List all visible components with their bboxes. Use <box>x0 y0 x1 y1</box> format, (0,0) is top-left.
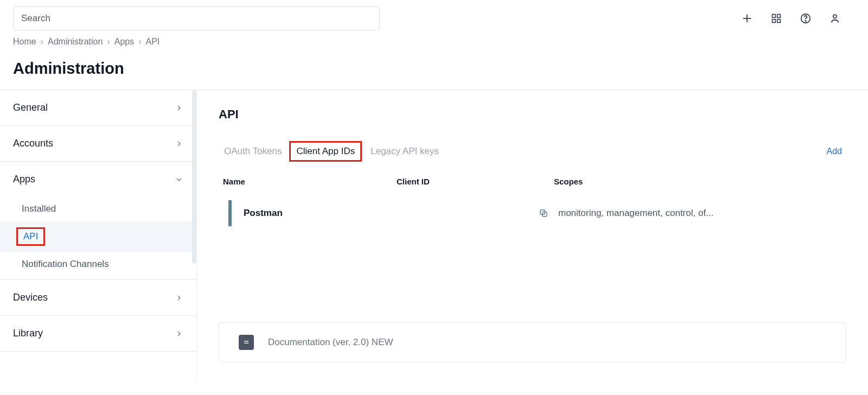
chevron-right-icon: › <box>138 37 141 47</box>
sidebar-subitem-installed[interactable]: Installed <box>0 197 196 221</box>
sidebar-item-label: General <box>13 102 48 113</box>
column-header-name: Name <box>223 177 397 186</box>
tabs: OAuth Tokens Client App IDs Legacy API k… <box>219 141 444 162</box>
documentation-label: Documentation (ver. 2.0) NEW <box>268 337 393 348</box>
sidebar-item-label: Apps <box>13 174 35 185</box>
tab-legacy-api-keys[interactable]: Legacy API keys <box>365 142 444 161</box>
sidebar-item-label: Library <box>13 328 43 339</box>
sidebar-subitem-api[interactable]: API <box>0 221 196 252</box>
chevron-right-icon: › <box>107 37 110 47</box>
main-content: API OAuth Tokens Client App IDs Legacy A… <box>197 90 868 379</box>
breadcrumb-administration[interactable]: Administration <box>48 37 103 47</box>
add-button[interactable]: Add <box>827 146 846 156</box>
table-row[interactable]: Postman monitoring, management, control,… <box>219 193 846 234</box>
sidebar-item-label: Accounts <box>13 138 53 149</box>
chevron-down-icon <box>175 175 183 184</box>
sidebar-item-label: Notification Channels <box>22 259 109 269</box>
svg-rect-4 <box>773 20 776 23</box>
grid-icon[interactable] <box>769 11 783 26</box>
scrollbar[interactable] <box>192 90 196 264</box>
plus-icon[interactable] <box>740 11 754 26</box>
top-icon-bar <box>740 11 855 26</box>
chevron-right-icon <box>175 104 183 112</box>
user-icon[interactable] <box>828 11 842 26</box>
sidebar: General Accounts Apps <box>0 90 197 379</box>
svg-rect-2 <box>773 15 776 18</box>
help-icon[interactable] <box>799 11 813 26</box>
breadcrumb-home[interactable]: Home <box>13 37 36 47</box>
row-name: Postman <box>244 208 401 219</box>
copy-icon[interactable] <box>539 208 548 218</box>
section-title: API <box>219 107 846 122</box>
tab-client-app-ids[interactable]: Client App IDs <box>289 141 362 162</box>
breadcrumb-api[interactable]: API <box>146 37 160 47</box>
row-scopes: monitoring, management, control, of... <box>558 208 713 219</box>
chevron-right-icon: › <box>41 37 43 47</box>
svg-rect-5 <box>777 20 781 23</box>
column-header-scopes: Scopes <box>554 177 842 186</box>
chevron-right-icon <box>175 294 183 302</box>
row-accent-bar <box>228 200 232 226</box>
column-header-client-id: Client ID <box>397 177 554 186</box>
sidebar-subitem-notification-channels[interactable]: Notification Channels <box>0 252 196 276</box>
row-client-id <box>401 208 558 218</box>
svg-point-8 <box>833 15 837 18</box>
svg-point-7 <box>805 21 806 21</box>
page-title: Administration <box>0 53 868 90</box>
table-header: Name Client ID Scopes <box>219 170 846 193</box>
sidebar-item-label: Installed <box>22 203 56 214</box>
sidebar-item-label: Devices <box>13 292 48 303</box>
chevron-right-icon <box>175 139 183 148</box>
sidebar-item-accounts[interactable]: Accounts <box>0 126 196 161</box>
sidebar-item-label: API <box>16 227 45 246</box>
chevron-right-icon <box>175 329 183 338</box>
breadcrumb: Home › Administration › Apps › API <box>0 35 868 53</box>
sidebar-item-general[interactable]: General <box>0 90 196 125</box>
sidebar-item-apps[interactable]: Apps <box>0 162 196 197</box>
sidebar-item-devices[interactable]: Devices <box>0 280 196 315</box>
documentation-card[interactable]: Documentation (ver. 2.0) NEW <box>219 322 846 362</box>
sidebar-item-library[interactable]: Library <box>0 316 196 351</box>
svg-rect-3 <box>777 15 781 18</box>
book-icon <box>239 335 254 350</box>
tab-oauth-tokens[interactable]: OAuth Tokens <box>219 142 287 161</box>
breadcrumb-apps[interactable]: Apps <box>114 37 134 47</box>
search-input[interactable] <box>13 7 380 30</box>
